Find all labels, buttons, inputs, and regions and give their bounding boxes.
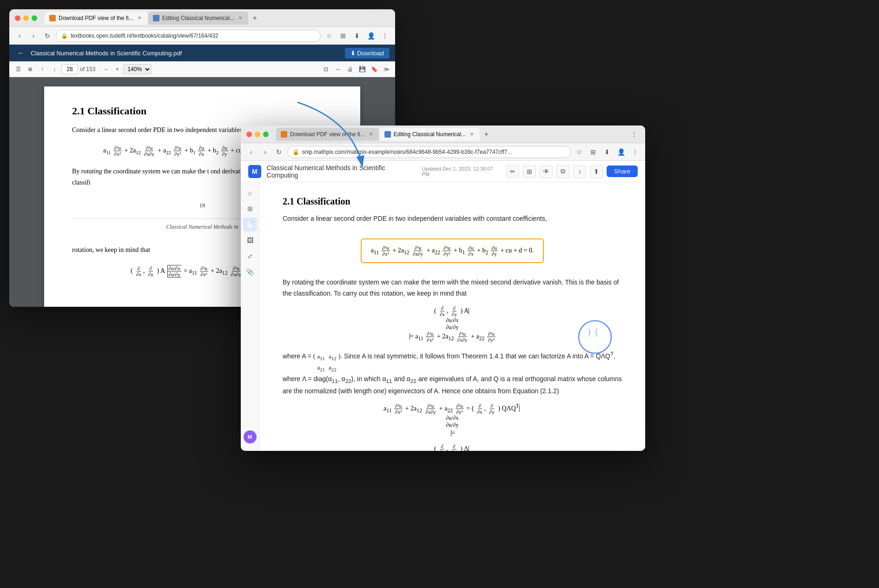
notes-rotation-formula: ( ∂∂x, ∂∂y ) A ∂u/∂x ∂u/∂y = a11 ∂²u∂x² … [283,307,622,340]
save-button[interactable]: 💾 [357,64,367,74]
zoom-in-button[interactable]: ⊕ [25,64,35,74]
notes-tab-notes[interactable]: Editing Classical Numerical... ✕ [380,128,480,141]
export-button[interactable]: ⬆ [590,165,603,178]
notes-forward-button[interactable]: › [259,146,271,158]
notes-long-equation: a11 ∂²u∂x² + 2a12 ∂²u∂x∂y + a22 ∂²u∂y² =… [283,403,622,437]
notes-rotation-equation-center: ( ∂∂x, ∂∂y ) A ∂u/∂x ∂u/∂y = a11 ∂²u∂x² … [283,305,622,343]
sidebar-attach-icon[interactable]: 📎 [243,265,257,279]
notes-paragraph-2: By rotating the coordinate system we can… [283,277,622,299]
fit-page-button[interactable]: ⊡ [321,64,331,74]
tab-pdf[interactable]: Download PDF view of the fi... ✕ [45,12,147,25]
sidebar-doc-icon[interactable]: 📄 [243,218,257,231]
pdf-navbar: ‹ › ↻ 🔒 textbooks.open.tudelft.nl/textbo… [9,27,395,45]
notes-menu-button[interactable]: ⋮ [629,146,641,158]
page-up-button[interactable]: ↑ [37,64,47,74]
page-down-button[interactable]: ↓ [49,64,59,74]
notes-body: ⌂ ⊞ 📄 🖼 ⤢ 📎 M 2.1 Classification Conside… [241,182,645,451]
svg-text:{: { [595,327,598,337]
mathpix-logo: M [248,165,261,178]
notes-sidebar: ⌂ ⊞ 📄 🖼 ⤢ 📎 M [241,182,259,451]
back-nav-button[interactable]: ‹ [14,30,25,41]
edit-button[interactable]: ✏ [506,165,519,178]
notes-app-header: M Classical Numerical Methods in Scienti… [241,161,645,182]
pdf-titlebar: Download PDF view of the fi... ✕ Editing… [9,9,395,27]
pdf-back-button[interactable]: ← [15,48,27,58]
zoom-controls: − + 140% 100% 75% [101,64,152,74]
notes-tab-notes-label: Editing Classical Numerical... [394,131,466,138]
close-button[interactable] [15,15,20,21]
refresh-nav-button[interactable]: ↻ [42,30,53,41]
profile-button[interactable]: 👤 [365,30,377,41]
highlight-circle-svg: ) { [572,318,618,356]
pdf-equation-formula: a11 ∂²u∂x² + 2a12 ∂²u∂x∂y + a22 ∂²u∂y² +… [103,145,264,157]
notes-download-button[interactable]: ⬇ [601,146,613,158]
notes-extensions-button[interactable]: ⊞ [588,146,599,158]
notes-window-menu[interactable]: ⋮ [628,129,640,140]
notes-navbar: ‹ › ↻ 🔒 snip.mathpix.com/mathpix-example… [241,143,645,161]
notes-tab-bar: Download PDF view of the fi... ✕ Editing… [276,128,625,141]
sidebar-home-icon[interactable]: ⌂ [243,186,257,200]
preview-button[interactable]: 👁 [540,165,553,178]
tab-notes[interactable]: Editing Classical Numerical... ✕ [148,12,248,25]
notes-traffic-lights [246,132,269,137]
notes-tab-notes-close[interactable]: ✕ [469,131,475,138]
traffic-lights [15,15,37,21]
notes-bookmark-button[interactable]: ☆ [574,146,585,158]
notes-back-button[interactable]: ‹ [245,146,257,158]
notes-close-button[interactable] [246,132,252,137]
pdf-download-button[interactable]: ⬇ Download [345,48,390,59]
zoom-select[interactable]: 140% 100% 75% [123,64,152,74]
sidebar-image-icon[interactable]: 🖼 [243,233,257,247]
notes-favicon-icon [153,15,159,21]
zoom-in-plus-button[interactable]: + [112,64,122,74]
import-button[interactable]: ↕ [573,165,586,178]
notes-refresh-button[interactable]: ↻ [273,146,284,158]
pdf-app-toolbar: ← Classical Numerical Methods in Scienti… [9,45,395,61]
notes-profile-button[interactable]: 👤 [615,146,627,158]
notes-paragraph-1: Consider a linear second order PDE in tw… [283,213,622,225]
minimize-button[interactable] [23,15,29,21]
download-nav-button[interactable]: ⬇ [351,30,363,41]
tab-notes-close-icon[interactable]: ✕ [237,15,244,21]
notes-where-text: where A = ( a11a12 a21a22 ). Since A is … [283,349,622,396]
address-text: textbooks.open.tudelft.nl/textbooks/cata… [71,33,218,39]
notes-window: Download PDF view of the fi... ✕ Editing… [241,126,645,451]
more-tools-button[interactable]: ≫ [381,64,391,74]
user-avatar[interactable]: M [244,430,257,443]
maximize-button[interactable] [32,15,37,21]
address-bar[interactable]: 🔒 textbooks.open.tudelft.nl/textbooks/ca… [56,30,321,42]
tab-pdf-close-icon[interactable]: ✕ [136,15,143,21]
notes-maximize-button[interactable] [263,132,269,137]
copy-button[interactable]: ⧉ [556,165,569,178]
pdf-page-toolbar: ☰ ⊕ ↑ ↓ of 153 − + 140% 100% 75% ⊡ ↔ 🖨 💾… [9,61,395,77]
extensions-button[interactable]: ⊞ [337,30,349,41]
new-tab-button[interactable]: + [249,13,260,24]
notes-window-controls: ⋮ [628,129,640,140]
notes-equation-box: a11 ∂²u∂x² + 2a12 ∂²u∂x∂y + a22 ∂²u∂y² +… [361,238,544,263]
notes-new-tab-button[interactable]: + [481,129,492,140]
menu-button[interactable]: ⋮ [379,30,390,41]
sidebar-expand-icon[interactable]: ⤢ [243,249,257,263]
zoom-out-button[interactable]: − [101,64,111,74]
notes-equation-formula: a11 ∂²u∂x² + 2a12 ∂²u∂x∂y + a22 ∂²u∂y² +… [371,247,534,254]
page-number-input[interactable] [61,64,78,74]
svg-text:): ) [588,327,591,337]
view-button[interactable]: ⊞ [523,165,536,178]
bookmark-page-button[interactable]: 🔖 [369,64,379,74]
notes-tab-pdf-close[interactable]: ✕ [368,131,374,138]
sidebar-grid-icon[interactable]: ⊞ [243,202,257,216]
notes-minimize-button[interactable] [255,132,260,137]
sidebar-toggle-button[interactable]: ☰ [13,64,23,74]
tab-notes-label: Editing Classical Numerical... [162,15,234,21]
notes-pdf-favicon [281,131,287,138]
notes-tab-pdf[interactable]: Download PDF view of the fi... ✕ [276,128,379,141]
bookmark-button[interactable]: ☆ [324,30,335,41]
notes-app-name: Classical Numerical Methods in Scientifi… [267,164,416,179]
notes-address-bar[interactable]: 🔒 snip.mathpix.com/mathpix-example/notes… [287,146,571,158]
share-button[interactable]: Share [607,165,638,177]
print-button[interactable]: 🖨 [345,64,355,74]
notes-section-title: 2.1 Classification [283,196,622,207]
fit-width-button[interactable]: ↔ [333,64,343,74]
forward-nav-button[interactable]: › [28,30,39,41]
tab-bar: Download PDF view of the fi... ✕ Editing… [45,12,390,25]
